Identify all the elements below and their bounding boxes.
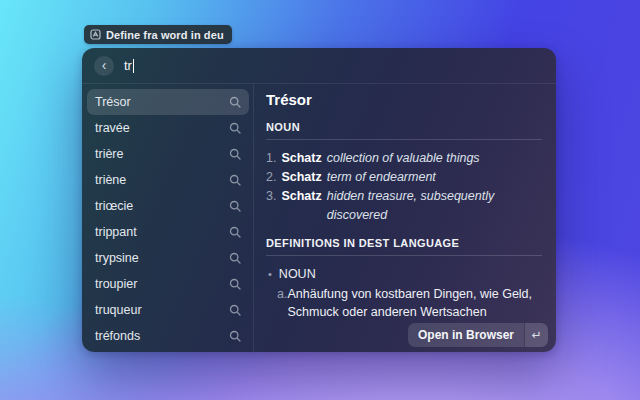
- divider: [266, 255, 542, 256]
- divider: [266, 139, 542, 140]
- sense-number: 1.: [266, 149, 276, 168]
- open-in-browser-button[interactable]: Open in Browser ↵: [408, 323, 548, 347]
- sense-number: 2.: [266, 168, 276, 187]
- list-item[interactable]: triène: [87, 167, 249, 193]
- list-item[interactable]: triœcie: [87, 193, 249, 219]
- list-item-label: troupier: [95, 277, 137, 291]
- dest-language-section: DEFINITIONS IN DEST LANGUAGE • NOUN a. A…: [266, 237, 542, 321]
- dest-language-header: DEFINITIONS IN DEST LANGUAGE: [266, 237, 542, 249]
- sense-translation: Schatz: [281, 187, 321, 225]
- text-caret: [133, 59, 135, 73]
- back-button[interactable]: ‹: [94, 56, 114, 76]
- search-icon: [229, 200, 241, 212]
- list-item-label: truqueur: [95, 303, 142, 317]
- list-item[interactable]: troupier: [87, 271, 249, 297]
- dest-pos-row: • NOUN: [266, 265, 542, 283]
- search-icon: [229, 122, 241, 134]
- search-query-text: tr: [124, 58, 132, 73]
- search-icon: [229, 278, 241, 290]
- list-item[interactable]: Trésor: [87, 89, 249, 115]
- pos-header: NOUN: [266, 121, 542, 133]
- sense-gloss: hidden treasure, subsequently discovered: [327, 187, 542, 225]
- list-item[interactable]: trippant: [87, 219, 249, 245]
- sense-item: 2. Schatz term of endearment: [266, 168, 542, 187]
- search-icon: [229, 226, 241, 238]
- search-bar: ‹ tr: [82, 48, 556, 84]
- search-icon: [229, 174, 241, 186]
- sense-number: 3.: [266, 187, 276, 225]
- list-item[interactable]: trypsine: [87, 245, 249, 271]
- dest-pos-label: NOUN: [279, 265, 316, 283]
- search-input[interactable]: tr: [124, 58, 134, 73]
- definition-panel: Trésor NOUN 1. Schatz collection of valu…: [254, 84, 556, 352]
- dest-sense-marker: a.: [277, 285, 287, 321]
- list-item-label: trippant: [95, 225, 137, 239]
- list-item-label: triœcie: [95, 199, 133, 213]
- dest-sense-text: Anhäufung von kostbaren Dingen, wie Geld…: [287, 285, 542, 321]
- command-tag[interactable]: Define fra word in deu: [84, 25, 232, 44]
- list-item[interactable]: tréfonds: [87, 323, 249, 349]
- list-item-label: Trésor: [95, 95, 131, 109]
- list-item-label: tréfonds: [95, 329, 140, 343]
- search-icon: [229, 148, 241, 160]
- search-icon: [229, 330, 241, 342]
- list-item[interactable]: travée: [87, 115, 249, 141]
- list-item-label: triène: [95, 173, 126, 187]
- sense-gloss: term of endearment: [327, 168, 436, 187]
- dictionary-window: ‹ tr Trésor travée trière triène: [82, 48, 556, 352]
- define-command-icon: [90, 29, 101, 40]
- command-tag-label: Define fra word in deu: [106, 29, 224, 41]
- list-item-label: travée: [95, 121, 130, 135]
- sense-item: 3. Schatz hidden treasure, subsequently …: [266, 187, 542, 225]
- list-item[interactable]: trière: [87, 141, 249, 167]
- sense-gloss: collection of valuable things: [327, 149, 480, 168]
- search-icon: [229, 252, 241, 264]
- dest-sense-item: a. Anhäufung von kostbaren Dingen, wie G…: [266, 285, 542, 321]
- back-chevron-icon: ‹: [102, 58, 107, 72]
- list-item-label: trypsine: [95, 251, 139, 265]
- list-item-label: trière: [95, 147, 123, 161]
- window-content: Trésor travée trière triène triœcie trip…: [82, 84, 556, 352]
- return-key-icon: ↵: [524, 323, 548, 347]
- search-icon: [229, 96, 241, 108]
- word-list: Trésor travée trière triène triœcie trip…: [82, 84, 254, 352]
- list-item[interactable]: truqueur: [87, 297, 249, 323]
- sense-translation: Schatz: [281, 149, 321, 168]
- search-icon: [229, 304, 241, 316]
- word-title: Trésor: [266, 91, 542, 108]
- sense-item: 1. Schatz collection of valuable things: [266, 149, 542, 168]
- bullet-icon: •: [268, 265, 272, 283]
- open-in-browser-label: Open in Browser: [408, 328, 524, 342]
- sense-translation: Schatz: [281, 168, 321, 187]
